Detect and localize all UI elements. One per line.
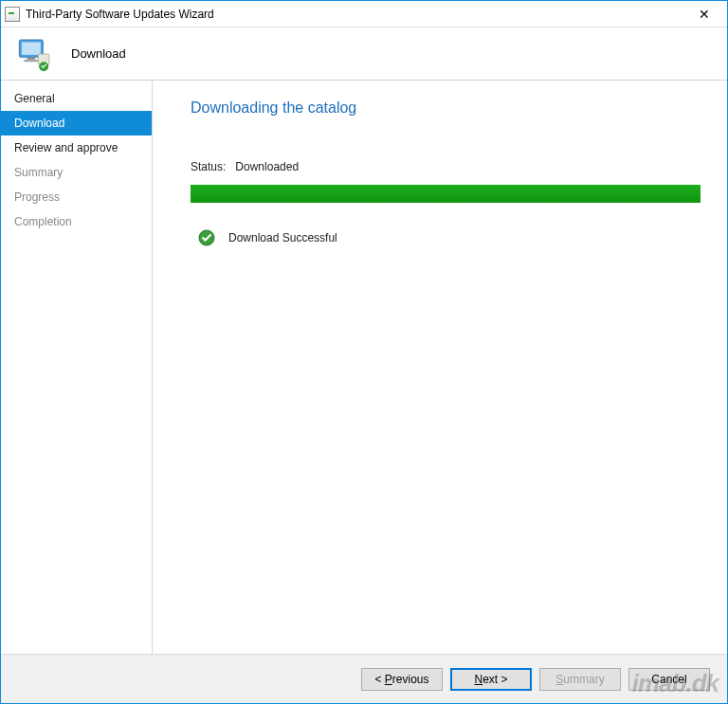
close-button[interactable]: ✕ [685,3,723,26]
sidebar-item-review[interactable]: Review and approve [1,135,152,160]
sidebar-item-label: Download [14,117,64,130]
sidebar-item-label: Summary [14,166,63,179]
footer: < Previous Next > Summary Cancel [1,654,727,703]
status-row: Status: Downloaded [191,160,701,173]
sidebar-item-label: Progress [14,190,60,204]
sidebar-item-label: Completion [14,215,72,228]
svg-rect-2 [27,57,35,60]
status-value: Downloaded [235,160,299,173]
header-banner: Download [1,27,727,81]
monitor-download-icon [16,35,54,73]
sidebar-item-download[interactable]: Download [1,111,152,135]
sidebar-item-label: General [14,92,55,105]
page-heading: Downloading the catalog [191,99,701,117]
sidebar-item-summary[interactable]: Summary [1,160,152,185]
previous-button[interactable]: < Previous [361,668,443,691]
next-button[interactable]: Next > [450,668,532,691]
summary-button: Summary [539,668,621,691]
title-bar: Third-Party Software Updates Wizard ✕ [1,1,727,27]
sidebar: General Download Review and approve Summ… [1,81,153,654]
body-area: General Download Review and approve Summ… [1,81,727,654]
main-content: Downloading the catalog Status: Download… [153,81,727,654]
sidebar-item-label: Review and approve [14,141,118,154]
window-title: Third-Party Software Updates Wizard [26,8,685,21]
result-row: Download Successful [191,229,701,246]
cancel-button[interactable]: Cancel [628,668,710,691]
svg-rect-1 [22,42,41,54]
sidebar-item-completion[interactable]: Completion [1,209,152,234]
progress-bar [191,185,701,203]
app-icon [5,7,20,22]
status-label: Status: [191,160,226,173]
header-title: Download [71,46,126,61]
svg-rect-3 [24,59,38,62]
sidebar-item-progress[interactable]: Progress [1,185,152,209]
success-check-icon [198,229,215,246]
result-text: Download Successful [228,231,337,244]
wizard-window: Third-Party Software Updates Wizard ✕ Do… [0,0,728,704]
sidebar-item-general[interactable]: General [1,86,152,111]
